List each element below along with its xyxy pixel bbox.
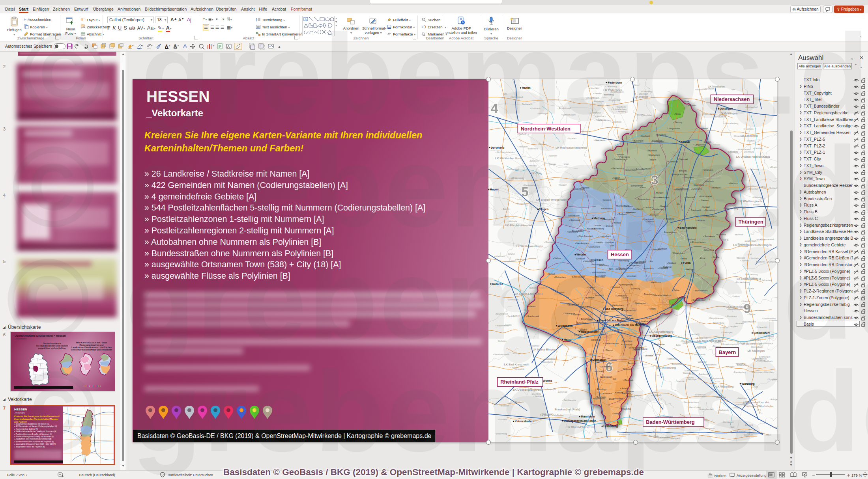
svg-text:Limeshain: Limeshain bbox=[627, 275, 636, 277]
svg-text:· Glashuetten: · Glashuetten bbox=[634, 302, 646, 304]
svg-text:· Hollstadt: · Hollstadt bbox=[734, 233, 743, 236]
svg-text:Koenigstein: Koenigstein bbox=[643, 218, 654, 220]
svg-text:· Geldersheim: · Geldersheim bbox=[735, 364, 749, 366]
svg-text:Heidelberg: Heidelberg bbox=[603, 424, 618, 428]
svg-text:Langen: Langen bbox=[704, 141, 711, 143]
svg-text:A: A bbox=[227, 45, 230, 48]
svg-text:b: b bbox=[422, 25, 423, 28]
svg-text:Offenbach am Main: Offenbach am Main bbox=[615, 323, 641, 327]
svg-text:Eiterfeld: Eiterfeld bbox=[595, 241, 603, 244]
svg-text:· Waldbrunn: · Waldbrunn bbox=[594, 139, 606, 142]
svg-text:Buerstadt: Buerstadt bbox=[596, 276, 605, 278]
svg-text:Lippstadt: Lippstadt bbox=[568, 137, 577, 140]
svg-text:Korbach: Korbach bbox=[702, 206, 710, 208]
svg-text:Ulrichstein: Ulrichstein bbox=[703, 169, 713, 171]
svg-text:· Oerlenbach: · Oerlenbach bbox=[771, 426, 777, 429]
svg-text:Buettelborn: Buettelborn bbox=[602, 207, 613, 210]
svg-text:Naumburg: Naumburg bbox=[619, 259, 629, 262]
svg-text:Dieburg: Dieburg bbox=[675, 121, 682, 123]
svg-text:Boppard: Boppard bbox=[737, 257, 745, 259]
svg-text:Coelbe: Coelbe bbox=[713, 256, 720, 258]
svg-text:Westhofen: Westhofen bbox=[642, 114, 652, 116]
svg-text:Hallenberg: Hallenberg bbox=[751, 339, 761, 341]
svg-text:Dortmund: Dortmund bbox=[491, 146, 504, 149]
svg-text:Butzbach: Butzbach bbox=[586, 296, 595, 299]
svg-text:Ruhla: Ruhla bbox=[748, 287, 754, 290]
svg-text:Hungen: Hungen bbox=[656, 192, 664, 194]
svg-text:Hilders: Hilders bbox=[634, 349, 640, 351]
svg-text:· Hadamar: · Hadamar bbox=[624, 390, 634, 392]
svg-text:Dingelstaedt: Dingelstaedt bbox=[656, 436, 668, 438]
svg-text:Fuerth: Fuerth bbox=[587, 319, 593, 321]
svg-text:Walduern: Walduern bbox=[671, 437, 680, 440]
svg-text:Ebersburg: Ebersburg bbox=[597, 388, 606, 390]
svg-text:Karben: Karben bbox=[614, 177, 620, 179]
svg-text:Hanau: Hanau bbox=[529, 305, 536, 308]
svg-text:▾: ▾ bbox=[151, 45, 152, 47]
svg-text:Dransfeld: Dransfeld bbox=[515, 368, 524, 370]
svg-text:Mellrichstadt: Mellrichstadt bbox=[694, 353, 705, 356]
svg-text:Würzburg: Würzburg bbox=[741, 382, 755, 386]
svg-text:Ruethen: Ruethen bbox=[771, 166, 777, 168]
svg-text:Giessen: Giessen bbox=[592, 258, 603, 262]
svg-text:Spangenberg: Spangenberg bbox=[638, 198, 651, 200]
svg-text:· Steinbach: · Steinbach bbox=[593, 294, 604, 296]
svg-text:Grasellenbach: Grasellenbach bbox=[614, 158, 627, 160]
svg-text:Rodgau: Rodgau bbox=[649, 308, 656, 310]
svg-text:Giessen: Giessen bbox=[701, 199, 708, 201]
svg-text:Fulda: Fulda bbox=[683, 261, 691, 265]
svg-text:Ruesselsheim: Ruesselsheim bbox=[664, 231, 677, 233]
svg-text:Beverungen: Beverungen bbox=[563, 215, 574, 217]
svg-text:· Glashuetten: · Glashuetten bbox=[653, 343, 665, 345]
svg-text:Biedenkopf: Biedenkopf bbox=[569, 304, 579, 306]
svg-text:· Bergrheinfeld: · Bergrheinfeld bbox=[710, 377, 724, 380]
svg-text:Frankenthal: Frankenthal bbox=[699, 373, 710, 375]
svg-text:Aschaffenburg: Aschaffenburg bbox=[652, 334, 672, 337]
svg-text:· Merenberg: · Merenberg bbox=[655, 134, 666, 136]
svg-text:▲: ▲ bbox=[278, 45, 281, 48]
svg-text:Rosdorf: Rosdorf bbox=[559, 184, 567, 186]
svg-text:Creuzburg: Creuzburg bbox=[612, 121, 621, 123]
svg-text:Herzberg: Herzberg bbox=[617, 110, 626, 113]
svg-text:LK Bad Dürkheim: LK Bad Dürkheim bbox=[540, 414, 563, 417]
svg-text:· Elbtal: · Elbtal bbox=[622, 296, 628, 299]
svg-text:Bebra: Bebra bbox=[674, 289, 679, 291]
svg-text:LK Donnersbergkreis: LK Donnersbergkreis bbox=[513, 388, 542, 391]
svg-text:Brilon: Brilon bbox=[761, 186, 767, 188]
svg-text:· Dornburg: · Dornburg bbox=[686, 238, 696, 240]
svg-text:· Schmitten: · Schmitten bbox=[676, 296, 687, 299]
svg-text:Meschede: Meschede bbox=[530, 345, 539, 347]
svg-text:Marburg: Marburg bbox=[593, 216, 605, 220]
svg-text:Waldaschaff: Waldaschaff bbox=[746, 106, 758, 108]
svg-text:Mannheim: Mannheim bbox=[581, 415, 595, 418]
svg-text:Neckargemuend: Neckargemuend bbox=[684, 401, 699, 403]
svg-text:Netphen: Netphen bbox=[747, 140, 755, 142]
svg-text:Wertheim: Wertheim bbox=[591, 87, 600, 89]
svg-text:Erwitte: Erwitte bbox=[653, 431, 659, 433]
svg-text:Wiesloch: Wiesloch bbox=[500, 404, 509, 407]
svg-text:LK Märkischer Kreis: LK Märkischer Kreis bbox=[495, 157, 522, 160]
svg-text:· Elbtal: · Elbtal bbox=[699, 257, 705, 259]
svg-text:Wabern: Wabern bbox=[701, 127, 708, 130]
svg-text:▾: ▾ bbox=[169, 45, 170, 47]
svg-text:Mellrichstadt: Mellrichstadt bbox=[511, 96, 523, 98]
svg-text:Burghaun: Burghaun bbox=[597, 396, 606, 398]
svg-text:Hachenburg: Hachenburg bbox=[746, 273, 758, 276]
svg-text:Lohr: Lohr bbox=[731, 88, 735, 91]
svg-text:· Sulzthal: · Sulzthal bbox=[713, 341, 721, 344]
svg-text:3: 3 bbox=[651, 173, 658, 187]
svg-text:Werl: Werl bbox=[524, 309, 528, 311]
svg-text:Alsfeld: Alsfeld bbox=[621, 387, 628, 390]
svg-text:Aisch-Bad Windsheim: Aisch-Bad Windsheim bbox=[744, 404, 774, 408]
svg-text:Eisenberg: Eisenberg bbox=[532, 393, 541, 395]
svg-text:· Merenberg: · Merenberg bbox=[621, 340, 632, 342]
svg-text:Wissen: Wissen bbox=[753, 203, 760, 206]
svg-text:Rothenfels: Rothenfels bbox=[528, 147, 539, 150]
svg-text:Göttingen: Göttingen bbox=[720, 107, 733, 110]
svg-text:· Weilrod: · Weilrod bbox=[616, 153, 624, 156]
svg-text:LK Schmalkalden-Meiningen: LK Schmalkalden-Meiningen bbox=[733, 243, 772, 247]
svg-text:Thüringen: Thüringen bbox=[739, 219, 763, 225]
svg-text:Hessen: Hessen bbox=[611, 252, 629, 257]
svg-text:Sinsheim: Sinsheim bbox=[530, 160, 539, 162]
svg-text:Bruchkoebel: Bruchkoebel bbox=[700, 195, 712, 198]
